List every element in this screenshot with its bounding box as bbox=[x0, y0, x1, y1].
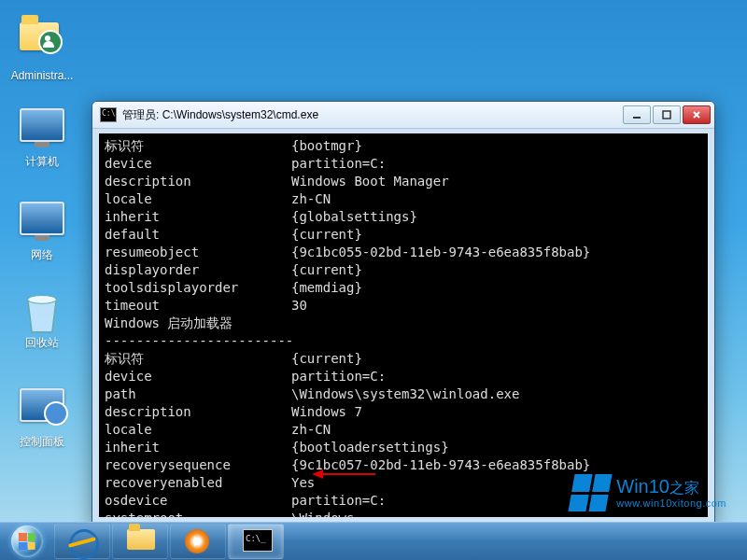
desktop-icon-label: 控制面板 bbox=[7, 435, 77, 448]
watermark-brand: Win10 bbox=[616, 476, 669, 497]
taskbar-item-explorer[interactable] bbox=[112, 524, 168, 559]
desktop-icon-network[interactable]: 网络 bbox=[7, 196, 77, 261]
close-button[interactable] bbox=[683, 105, 711, 124]
cmd-window: 管理员: C:\Windows\system32\cmd.exe 标识符{boo… bbox=[92, 101, 715, 525]
control-panel-icon bbox=[20, 388, 64, 422]
cmd-icon bbox=[243, 529, 273, 552]
terminal-line: displayorder{current} bbox=[105, 261, 702, 279]
terminal-output[interactable]: 标识符{bootmgr}devicepartition=C:descriptio… bbox=[99, 133, 708, 517]
taskbar-item-ie[interactable] bbox=[54, 524, 110, 559]
folder-icon bbox=[127, 529, 155, 550]
terminal-line: resumeobject{9c1bc055-02bd-11eb-9743-e6e… bbox=[105, 244, 702, 261]
svg-rect-2 bbox=[663, 111, 670, 119]
start-orb-icon bbox=[11, 525, 43, 557]
terminal-line: recoverysequence{9c1bc057-02bd-11eb-9743… bbox=[105, 456, 702, 474]
taskbar-item-cmd[interactable] bbox=[228, 524, 284, 559]
desktop-icon-recycle-bin[interactable]: 回收站 bbox=[7, 289, 77, 349]
maximize-button[interactable] bbox=[653, 105, 681, 124]
minimize-button[interactable] bbox=[623, 105, 651, 124]
desktop-icon-control-panel[interactable]: 控制面板 bbox=[7, 383, 77, 448]
desktop-icon-label: 网络 bbox=[7, 248, 77, 261]
terminal-line: devicepartition=C: bbox=[105, 368, 702, 385]
desktop-icon-label: Administra... bbox=[7, 69, 77, 82]
desktop-icon-admin[interactable]: Administra... bbox=[7, 9, 77, 82]
terminal-line: timeout30 bbox=[105, 297, 702, 315]
terminal-line: 标识符{bootmgr} bbox=[105, 137, 702, 155]
terminal-line: inherit{bootloadersettings} bbox=[105, 439, 702, 456]
desktop-icon-label: 回收站 bbox=[7, 336, 77, 349]
watermark: Win10之家 www.win10xitong.com bbox=[571, 474, 726, 511]
terminal-line: Windows 启动加载器 bbox=[105, 315, 702, 332]
taskbar-item-media-player[interactable] bbox=[170, 524, 226, 559]
terminal-line: ------------------------ bbox=[105, 332, 702, 350]
terminal-line: devicepartition=C: bbox=[105, 155, 702, 173]
watermark-suffix: 之家 bbox=[669, 480, 699, 496]
terminal-line: 标识符{current} bbox=[105, 350, 702, 368]
watermark-url: www.win10xitong.com bbox=[616, 497, 726, 509]
terminal-line: inherit{globalsettings} bbox=[105, 208, 702, 226]
terminal-line: default{current} bbox=[105, 226, 702, 244]
computer-icon bbox=[20, 108, 64, 142]
titlebar[interactable]: 管理员: C:\Windows\system32\cmd.exe bbox=[92, 102, 714, 129]
recycle-bin-icon bbox=[20, 289, 64, 334]
terminal-line: localezh-CN bbox=[105, 421, 702, 439]
network-icon bbox=[20, 202, 64, 235]
start-button[interactable] bbox=[2, 525, 52, 558]
media-player-icon bbox=[185, 529, 209, 553]
terminal-line: toolsdisplayorder{memdiag} bbox=[105, 279, 702, 297]
window-title: 管理员: C:\Windows\system32\cmd.exe bbox=[122, 107, 623, 123]
terminal-line: descriptionWindows 7 bbox=[105, 403, 702, 421]
svg-point-0 bbox=[28, 296, 57, 304]
desktop-icon-label: 计算机 bbox=[7, 155, 77, 168]
terminal-line: localezh-CN bbox=[105, 190, 702, 208]
desktop-icon-computer[interactable]: 计算机 bbox=[7, 103, 77, 168]
windows-logo-icon bbox=[569, 474, 613, 511]
terminal-line: descriptionWindows Boot Manager bbox=[105, 173, 702, 190]
cmd-icon bbox=[100, 107, 117, 122]
ie-icon bbox=[69, 529, 99, 559]
terminal-line: path\Windows\system32\winload.exe bbox=[105, 385, 702, 403]
taskbar bbox=[0, 522, 747, 560]
